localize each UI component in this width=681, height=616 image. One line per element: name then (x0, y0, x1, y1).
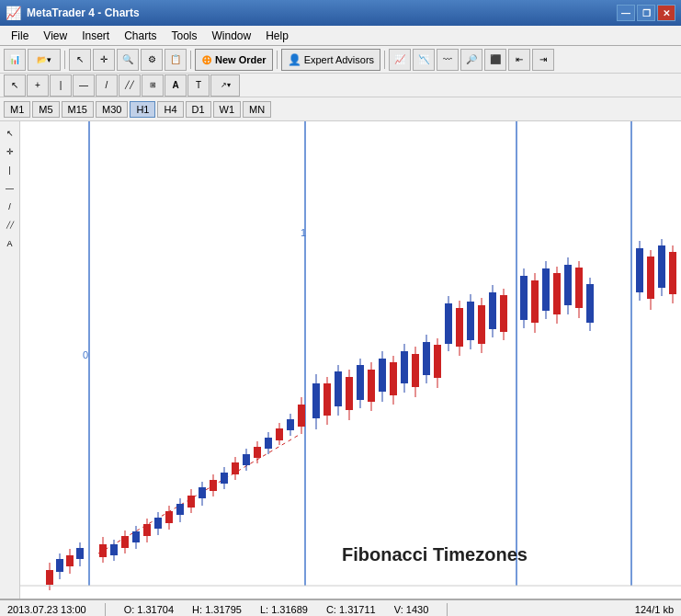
svg-rect-67 (379, 359, 386, 392)
draw-cursor[interactable]: ↖ (4, 74, 26, 97)
tb-cursor[interactable]: ↖ (69, 49, 91, 71)
tf-m15[interactable]: M15 (62, 101, 94, 118)
tb-indicator2[interactable]: 📉 (413, 49, 435, 71)
svg-rect-63 (357, 365, 364, 400)
status-sep2 (447, 603, 448, 616)
draw-channel[interactable]: ╱╱ (119, 74, 141, 97)
menu-window[interactable]: Window (205, 28, 259, 44)
draw-text-a[interactable]: A (165, 74, 187, 97)
menu-view[interactable]: View (36, 28, 74, 44)
tb-zoom-out-btn[interactable]: 🔎 (460, 49, 482, 71)
status-high: H: 1.31795 (192, 604, 242, 615)
toolbar2: ↖ + | — / ╱╱ ⊞ A T ↗▾ (0, 74, 681, 97)
svg-rect-31 (176, 504, 184, 515)
draw-hline[interactable]: — (73, 74, 95, 97)
tb-new-chart[interactable]: 📊 (4, 49, 26, 71)
svg-rect-27 (154, 518, 162, 529)
menu-help[interactable]: Help (258, 28, 296, 44)
lt-hline[interactable]: — (2, 180, 18, 197)
svg-rect-97 (553, 273, 561, 314)
svg-rect-89 (500, 295, 507, 332)
svg-rect-105 (636, 248, 643, 292)
svg-rect-69 (390, 362, 397, 395)
lt-vline[interactable]: | (2, 162, 18, 178)
svg-rect-71 (401, 351, 408, 383)
tf-mn[interactable]: MN (243, 101, 271, 118)
lt-crosshair[interactable]: ✛ (2, 143, 18, 160)
svg-rect-81 (456, 308, 463, 347)
sep1 (64, 51, 65, 69)
draw-grid[interactable]: ⊞ (142, 74, 164, 97)
toolbar1: 📊 📂▾ ↖ ✛ 🔍 ⚙ 📋 ⊕ New Order 👤 Expert Advi… (0, 46, 681, 74)
status-info: 124/1 kb (635, 604, 674, 615)
title-bar: 📈 MetaTrader 4 - Charts — ❐ ✕ (0, 0, 681, 26)
lt-cursor[interactable]: ↖ (2, 125, 18, 142)
chart-svg: 0 1 (20, 121, 681, 599)
draw-vline[interactable]: | (50, 74, 72, 97)
minimize-button[interactable]: — (617, 5, 635, 21)
title-controls: — ❐ ✕ (617, 5, 675, 21)
tf-w1[interactable]: W1 (213, 101, 242, 118)
close-button[interactable]: ✕ (657, 5, 675, 21)
tb-scroll-right[interactable]: ⇥ (532, 49, 554, 71)
svg-rect-57 (323, 383, 331, 416)
svg-rect-43 (243, 454, 250, 465)
draw-tline[interactable]: / (96, 74, 118, 97)
status-open: O: 1.31704 (124, 604, 174, 615)
tb-templates[interactable]: 📋 (165, 49, 187, 71)
expert-advisors-button[interactable]: 👤 Expert Advisors (281, 49, 380, 71)
svg-rect-101 (575, 268, 583, 308)
lt-channel[interactable]: ╱╱ (2, 217, 18, 234)
menu-bar: File View Insert Charts Tools Window Hel… (0, 26, 681, 46)
draw-plus[interactable]: + (27, 74, 49, 97)
svg-text:1: 1 (301, 227, 306, 238)
status-datetime: 2013.07.23 13:00 (7, 604, 86, 615)
tb-zoom-fit[interactable]: ⬛ (484, 49, 506, 71)
new-order-button[interactable]: ⊕ New Order (195, 49, 273, 71)
svg-rect-23 (132, 531, 140, 542)
svg-rect-99 (564, 265, 572, 305)
lt-tline[interactable]: / (2, 199, 18, 215)
svg-rect-39 (221, 473, 228, 484)
tf-h1[interactable]: H1 (130, 101, 155, 118)
svg-rect-91 (520, 276, 528, 320)
restore-button[interactable]: ❐ (637, 5, 655, 21)
menu-tools[interactable]: Tools (165, 28, 205, 44)
svg-rect-65 (368, 370, 375, 402)
svg-rect-51 (287, 419, 294, 430)
status-close: C: 1.31711 (326, 604, 376, 615)
svg-rect-107 (647, 257, 654, 299)
menu-insert[interactable]: Insert (74, 28, 117, 44)
tb-crosshair[interactable]: ✛ (93, 49, 115, 71)
tf-m30[interactable]: M30 (96, 101, 128, 118)
svg-rect-87 (489, 292, 496, 329)
svg-rect-37 (210, 480, 217, 491)
svg-rect-85 (478, 305, 485, 344)
title-text: MetaTrader 4 - Charts (27, 6, 140, 19)
tf-m1[interactable]: M1 (4, 101, 30, 118)
menu-charts[interactable]: Charts (117, 28, 164, 44)
left-toolbar: ↖ ✛ | — / ╱╱ A (0, 121, 20, 599)
chart-canvas: 0 1 (20, 121, 681, 599)
draw-arrow[interactable]: ↗▾ (210, 74, 240, 97)
svg-rect-11 (56, 559, 63, 572)
tb-indicator3[interactable]: 〰 (437, 49, 459, 71)
svg-rect-73 (412, 354, 419, 387)
svg-rect-17 (99, 544, 107, 557)
tf-d1[interactable]: D1 (186, 101, 211, 118)
svg-rect-15 (76, 548, 84, 559)
menu-file[interactable]: File (4, 28, 36, 44)
svg-rect-47 (265, 438, 272, 449)
tf-h4[interactable]: H4 (157, 101, 183, 118)
tf-m5[interactable]: M5 (32, 101, 59, 118)
tb-open[interactable]: 📂▾ (28, 49, 61, 71)
tb-indicator1[interactable]: 📈 (389, 49, 411, 71)
tb-zoom-in[interactable]: 🔍 (117, 49, 139, 71)
lt-text[interactable]: A (2, 235, 18, 252)
svg-rect-49 (276, 428, 283, 440)
tb-properties[interactable]: ⚙ (141, 49, 163, 71)
svg-rect-29 (165, 511, 173, 523)
svg-rect-35 (199, 487, 206, 498)
draw-text-t[interactable]: T (187, 74, 210, 97)
tb-scroll-left[interactable]: ⇤ (508, 49, 530, 71)
